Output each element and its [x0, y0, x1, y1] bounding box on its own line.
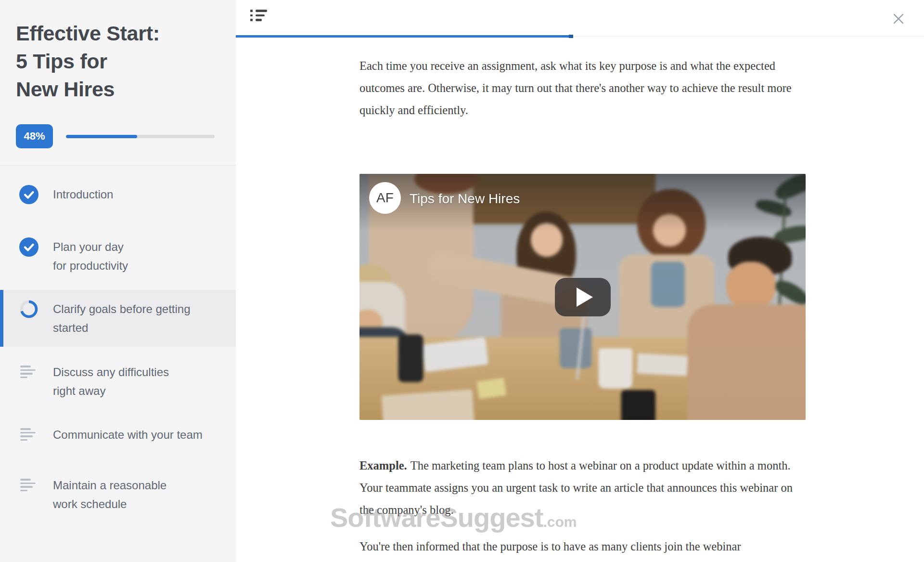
- sidebar-item-clarify-goals[interactable]: Clarify goals before getting started: [0, 290, 236, 347]
- paragraph: Each time you receive an assignment, ask…: [359, 55, 807, 121]
- course-title-line: New Hires: [16, 75, 220, 103]
- lesson-label: started: [53, 318, 191, 337]
- completed-check-icon: [19, 237, 38, 257]
- course-sidebar: Effective Start: 5 Tips for New Hires 48…: [0, 0, 236, 562]
- close-icon[interactable]: [892, 13, 905, 25]
- example-text: The marketing team plans to host a webin…: [359, 459, 793, 516]
- lesson-label: Introduction: [53, 185, 113, 204]
- lesson-label: Discuss any difficulties: [53, 363, 169, 381]
- lesson-label: right away: [53, 381, 169, 400]
- sidebar-item-discuss-difficulties[interactable]: Discuss any difficulties right away: [0, 353, 236, 410]
- completed-check-icon: [19, 185, 38, 204]
- sidebar-item-work-schedule[interactable]: Maintain a reasonable work schedule: [0, 466, 236, 523]
- lesson-topbar: [236, 0, 924, 37]
- lesson-label: Clarify goals before getting: [53, 300, 191, 318]
- sidebar-item-introduction[interactable]: Introduction: [0, 175, 236, 214]
- text-lines-icon: [19, 428, 38, 447]
- course-progress: 48%: [16, 124, 215, 148]
- example-label: Example.: [359, 459, 407, 472]
- course-title-line: 5 Tips for: [16, 47, 220, 75]
- text-lines-icon: [19, 479, 38, 498]
- sidebar-item-plan-your-day[interactable]: Plan your day for productivity: [0, 228, 236, 285]
- lesson-progress-bar: [236, 35, 573, 38]
- lesson-page: Each time you receive an assignment, ask…: [236, 37, 806, 558]
- course-title: Effective Start: 5 Tips for New Hires: [16, 19, 220, 103]
- progress-percent-badge: 48%: [16, 124, 53, 148]
- lesson-list: Introduction Plan your day for productiv…: [0, 175, 236, 523]
- outline-list-icon[interactable]: [250, 10, 268, 26]
- paragraph: Example.The marketing team plans to host…: [359, 455, 807, 521]
- lesson-label: Communicate with your team: [53, 425, 203, 444]
- sidebar-item-communicate-team[interactable]: Communicate with your team: [0, 416, 236, 457]
- channel-avatar[interactable]: AF: [369, 182, 401, 214]
- sidebar-divider: [0, 165, 236, 166]
- in-progress-ring-icon: [19, 300, 38, 319]
- play-icon: [577, 288, 593, 307]
- progress-bar: [66, 135, 215, 138]
- video-player[interactable]: AF Tips for New Hires: [359, 174, 806, 420]
- lesson-label: work schedule: [53, 495, 167, 513]
- text-lines-icon: [19, 366, 38, 385]
- paragraph: You're then informed that the purpose is…: [359, 536, 807, 558]
- play-button[interactable]: [555, 278, 611, 316]
- progress-bar-fill: [66, 135, 137, 138]
- course-title-line: Effective Start:: [16, 19, 220, 47]
- lesson-label: Maintain a reasonable: [53, 476, 167, 495]
- lesson-label: for productivity: [53, 256, 128, 275]
- video-title[interactable]: Tips for New Hires: [410, 191, 520, 207]
- lesson-label: Plan your day: [53, 237, 128, 256]
- lesson-content: Each time you receive an assignment, ask…: [236, 0, 924, 562]
